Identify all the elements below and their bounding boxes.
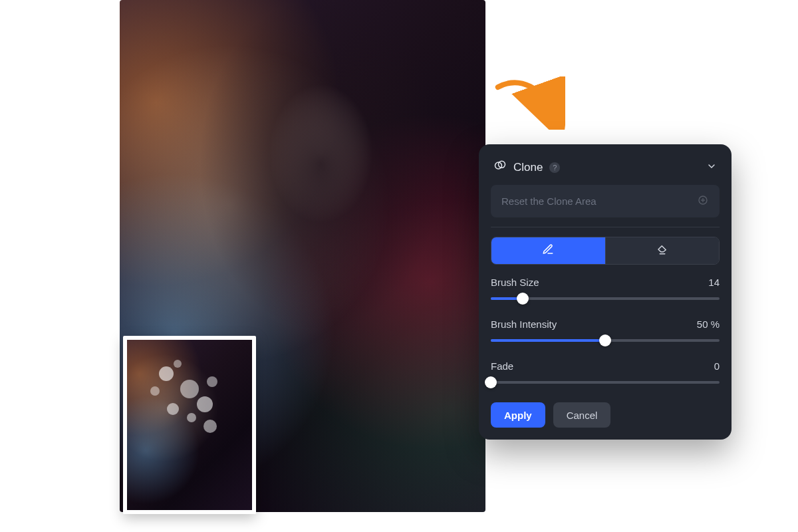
brush-intensity-control: Brush Intensity 50 %: [491, 319, 720, 342]
reset-clone-area-button[interactable]: Reset the Clone Area: [491, 185, 720, 217]
panel-header[interactable]: Clone ?: [491, 155, 720, 185]
brush-intensity-label: Brush Intensity: [491, 319, 557, 330]
slider-thumb[interactable]: [485, 376, 497, 388]
panel-title: Clone: [513, 161, 543, 174]
fade-slider[interactable]: [491, 381, 720, 384]
before-thumbnail: [123, 336, 256, 514]
cancel-button[interactable]: Cancel: [553, 402, 611, 428]
fade-value: 0: [714, 360, 720, 372]
fade-control: Fade 0: [491, 360, 720, 384]
reset-label: Reset the Clone Area: [501, 196, 597, 207]
divider: [491, 227, 720, 227]
brush-intensity-value: 50 %: [697, 319, 720, 330]
target-add-icon: [697, 194, 709, 208]
chevron-down-icon[interactable]: [706, 161, 717, 174]
clone-icon: [493, 159, 507, 176]
panel-actions: Apply Cancel: [491, 402, 720, 428]
clone-panel: Clone ? Reset the Clone Area: [479, 144, 732, 440]
draw-tool-button[interactable]: [491, 237, 605, 264]
apply-button[interactable]: Apply: [491, 402, 545, 428]
pencil-icon: [542, 243, 554, 258]
erase-tool-button[interactable]: [605, 237, 720, 264]
eraser-icon: [656, 243, 668, 258]
slider-fill: [491, 339, 605, 342]
fade-label: Fade: [491, 360, 513, 372]
slider-thumb[interactable]: [517, 293, 529, 305]
brush-size-slider[interactable]: [491, 297, 720, 300]
help-icon[interactable]: ?: [549, 162, 560, 173]
brush-mode-toggle: [491, 237, 720, 265]
brush-intensity-slider[interactable]: [491, 339, 720, 342]
slider-thumb[interactable]: [599, 334, 611, 346]
brush-size-control: Brush Size 14: [491, 277, 720, 300]
brush-size-label: Brush Size: [491, 277, 539, 288]
brush-size-value: 14: [708, 277, 720, 288]
arrow-icon: [492, 76, 565, 130]
